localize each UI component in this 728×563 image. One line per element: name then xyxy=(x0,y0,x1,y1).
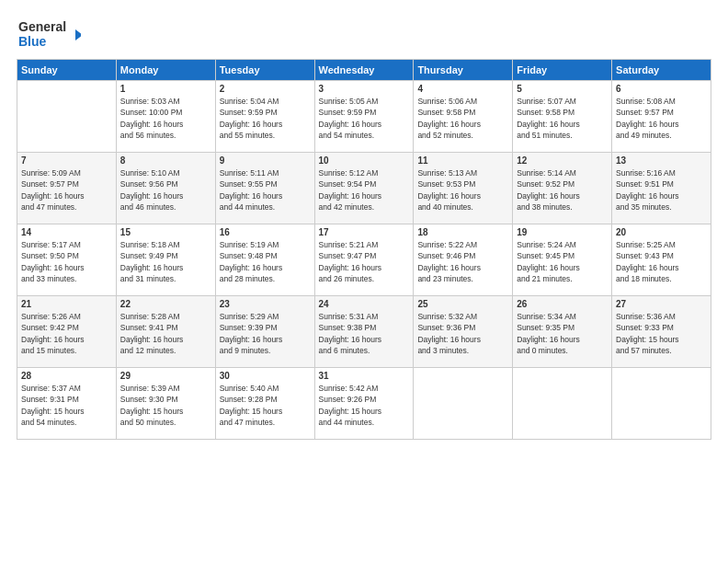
day-info: Sunrise: 5:22 AM Sunset: 9:46 PM Dayligh… xyxy=(417,239,508,284)
day-cell: 25Sunrise: 5:32 AM Sunset: 9:36 PM Dayli… xyxy=(414,296,513,368)
logo: General Blue xyxy=(17,17,81,52)
day-info: Sunrise: 5:07 AM Sunset: 9:58 PM Dayligh… xyxy=(517,96,608,141)
day-number: 6 xyxy=(616,84,707,94)
day-number: 26 xyxy=(517,299,608,309)
day-number: 25 xyxy=(417,299,508,309)
day-cell: 8Sunrise: 5:10 AM Sunset: 9:56 PM Daylig… xyxy=(116,153,215,224)
day-cell: 16Sunrise: 5:19 AM Sunset: 9:48 PM Dayli… xyxy=(215,224,314,296)
day-number: 31 xyxy=(319,371,410,381)
day-cell: 13Sunrise: 5:16 AM Sunset: 9:51 PM Dayli… xyxy=(612,153,711,224)
day-cell: 23Sunrise: 5:29 AM Sunset: 9:39 PM Dayli… xyxy=(215,296,314,368)
day-info: Sunrise: 5:21 AM Sunset: 9:47 PM Dayligh… xyxy=(319,239,410,284)
header-cell-sunday: Sunday xyxy=(17,60,117,81)
day-number: 30 xyxy=(220,371,311,381)
day-number: 23 xyxy=(220,299,311,309)
header: General Blue xyxy=(17,17,711,52)
day-cell: 19Sunrise: 5:24 AM Sunset: 9:45 PM Dayli… xyxy=(513,224,612,296)
day-cell: 22Sunrise: 5:28 AM Sunset: 9:41 PM Dayli… xyxy=(116,296,215,368)
week-row-5: 28Sunrise: 5:37 AM Sunset: 9:31 PM Dayli… xyxy=(17,368,711,440)
day-info: Sunrise: 5:05 AM Sunset: 9:59 PM Dayligh… xyxy=(319,96,410,141)
day-cell: 14Sunrise: 5:17 AM Sunset: 9:50 PM Dayli… xyxy=(17,224,117,296)
day-cell: 2Sunrise: 5:04 AM Sunset: 9:59 PM Daylig… xyxy=(215,81,314,153)
header-cell-monday: Monday xyxy=(116,60,215,81)
day-info: Sunrise: 5:11 AM Sunset: 9:55 PM Dayligh… xyxy=(220,167,311,213)
header-cell-saturday: Saturday xyxy=(612,60,711,81)
day-number: 11 xyxy=(417,155,508,166)
day-info: Sunrise: 5:16 AM Sunset: 9:51 PM Dayligh… xyxy=(616,167,707,213)
day-info: Sunrise: 5:24 AM Sunset: 9:45 PM Dayligh… xyxy=(517,239,608,284)
logo-icon: General Blue xyxy=(17,17,81,52)
week-row-4: 21Sunrise: 5:26 AM Sunset: 9:42 PM Dayli… xyxy=(17,296,711,368)
day-info: Sunrise: 5:10 AM Sunset: 9:56 PM Dayligh… xyxy=(120,167,211,213)
day-cell: 31Sunrise: 5:42 AM Sunset: 9:26 PM Dayli… xyxy=(314,368,414,440)
day-number: 21 xyxy=(21,299,112,309)
day-info: Sunrise: 5:42 AM Sunset: 9:26 PM Dayligh… xyxy=(319,383,410,428)
day-info: Sunrise: 5:29 AM Sunset: 9:39 PM Dayligh… xyxy=(220,311,311,356)
day-info: Sunrise: 5:34 AM Sunset: 9:35 PM Dayligh… xyxy=(517,311,608,356)
day-number: 17 xyxy=(319,227,410,237)
day-info: Sunrise: 5:32 AM Sunset: 9:36 PM Dayligh… xyxy=(417,311,508,356)
header-cell-thursday: Thursday xyxy=(414,60,513,81)
header-row: SundayMondayTuesdayWednesdayThursdayFrid… xyxy=(17,60,711,81)
header-cell-tuesday: Tuesday xyxy=(215,60,314,81)
day-number: 5 xyxy=(517,84,608,94)
day-number: 24 xyxy=(319,299,410,309)
day-cell: 21Sunrise: 5:26 AM Sunset: 9:42 PM Dayli… xyxy=(17,296,117,368)
day-cell: 3Sunrise: 5:05 AM Sunset: 9:59 PM Daylig… xyxy=(314,81,414,153)
calendar-table: SundayMondayTuesdayWednesdayThursdayFrid… xyxy=(17,59,711,440)
day-cell xyxy=(414,368,513,440)
day-info: Sunrise: 5:09 AM Sunset: 9:57 PM Dayligh… xyxy=(21,167,112,213)
svg-text:Blue: Blue xyxy=(18,34,47,49)
day-number: 7 xyxy=(21,155,112,166)
day-info: Sunrise: 5:14 AM Sunset: 9:52 PM Dayligh… xyxy=(517,167,608,213)
day-info: Sunrise: 5:17 AM Sunset: 9:50 PM Dayligh… xyxy=(21,239,112,284)
week-row-3: 14Sunrise: 5:17 AM Sunset: 9:50 PM Dayli… xyxy=(17,224,711,296)
day-number: 10 xyxy=(319,155,410,166)
header-cell-friday: Friday xyxy=(513,60,612,81)
day-info: Sunrise: 5:03 AM Sunset: 10:00 PM Daylig… xyxy=(120,96,211,141)
day-info: Sunrise: 5:40 AM Sunset: 9:28 PM Dayligh… xyxy=(220,383,311,428)
svg-text:General: General xyxy=(18,19,66,34)
day-cell: 10Sunrise: 5:12 AM Sunset: 9:54 PM Dayli… xyxy=(314,153,414,224)
day-info: Sunrise: 5:19 AM Sunset: 9:48 PM Dayligh… xyxy=(220,239,311,284)
day-cell: 9Sunrise: 5:11 AM Sunset: 9:55 PM Daylig… xyxy=(215,153,314,224)
header-cell-wednesday: Wednesday xyxy=(314,60,414,81)
day-cell xyxy=(612,368,711,440)
day-info: Sunrise: 5:08 AM Sunset: 9:57 PM Dayligh… xyxy=(616,96,707,141)
week-row-1: 1Sunrise: 5:03 AM Sunset: 10:00 PM Dayli… xyxy=(17,81,711,153)
day-number: 12 xyxy=(517,155,608,166)
day-info: Sunrise: 5:04 AM Sunset: 9:59 PM Dayligh… xyxy=(220,96,311,141)
day-info: Sunrise: 5:26 AM Sunset: 9:42 PM Dayligh… xyxy=(21,311,112,356)
day-cell: 12Sunrise: 5:14 AM Sunset: 9:52 PM Dayli… xyxy=(513,153,612,224)
day-cell: 28Sunrise: 5:37 AM Sunset: 9:31 PM Dayli… xyxy=(17,368,117,440)
week-row-2: 7Sunrise: 5:09 AM Sunset: 9:57 PM Daylig… xyxy=(17,153,711,224)
day-number: 29 xyxy=(120,371,211,381)
day-cell: 15Sunrise: 5:18 AM Sunset: 9:49 PM Dayli… xyxy=(116,224,215,296)
day-number: 22 xyxy=(120,299,211,309)
day-number: 20 xyxy=(616,227,707,237)
day-cell: 20Sunrise: 5:25 AM Sunset: 9:43 PM Dayli… xyxy=(612,224,711,296)
day-number: 13 xyxy=(616,155,707,166)
day-cell: 24Sunrise: 5:31 AM Sunset: 9:38 PM Dayli… xyxy=(314,296,414,368)
day-cell xyxy=(513,368,612,440)
day-cell: 17Sunrise: 5:21 AM Sunset: 9:47 PM Dayli… xyxy=(314,224,414,296)
day-cell xyxy=(17,81,117,153)
day-number: 14 xyxy=(21,227,112,237)
page-container: General Blue SundayMondayTuesdayWednesda… xyxy=(0,0,728,563)
day-number: 15 xyxy=(120,227,211,237)
day-cell: 29Sunrise: 5:39 AM Sunset: 9:30 PM Dayli… xyxy=(116,368,215,440)
day-info: Sunrise: 5:39 AM Sunset: 9:30 PM Dayligh… xyxy=(120,383,211,428)
day-number: 4 xyxy=(417,84,508,94)
day-info: Sunrise: 5:13 AM Sunset: 9:53 PM Dayligh… xyxy=(417,167,508,213)
day-info: Sunrise: 5:36 AM Sunset: 9:33 PM Dayligh… xyxy=(616,311,707,356)
day-info: Sunrise: 5:12 AM Sunset: 9:54 PM Dayligh… xyxy=(319,167,410,213)
svg-marker-2 xyxy=(75,29,81,40)
day-number: 16 xyxy=(220,227,311,237)
day-cell: 27Sunrise: 5:36 AM Sunset: 9:33 PM Dayli… xyxy=(612,296,711,368)
day-cell: 11Sunrise: 5:13 AM Sunset: 9:53 PM Dayli… xyxy=(414,153,513,224)
day-number: 2 xyxy=(220,84,311,94)
day-cell: 6Sunrise: 5:08 AM Sunset: 9:57 PM Daylig… xyxy=(612,81,711,153)
day-cell: 5Sunrise: 5:07 AM Sunset: 9:58 PM Daylig… xyxy=(513,81,612,153)
day-number: 8 xyxy=(120,155,211,166)
day-number: 28 xyxy=(21,371,112,381)
